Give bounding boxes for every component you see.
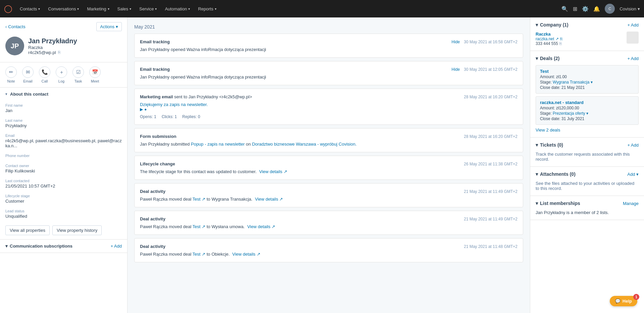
about-section-header[interactable]: ▾ About this contact (0, 88, 127, 101)
hide-button[interactable]: Hide (452, 40, 460, 44)
attachments-add-button[interactable]: Add ▾ (627, 172, 639, 177)
chevron-down-icon: ▾ (108, 7, 109, 11)
contact-email: r4c2k5@wp.pl (28, 50, 56, 55)
field-lead-status: Lead status Unqualified (0, 206, 127, 221)
external-link-icon: ↗ (555, 37, 559, 41)
company-phone: 333 444 555 ⎘ (536, 41, 562, 46)
timeline-item-body: The lifecycle stage for this contact was… (140, 169, 517, 174)
nav-conversations[interactable]: Conversations ▾ (45, 4, 82, 13)
left-panel: ‹ Contacts Actions ▾ JP Jan Przykładny R… (0, 17, 128, 313)
comm-title: ▾ Communication subscriptions (5, 244, 72, 249)
timeline-item-title: Email tracking (140, 67, 170, 72)
email-action[interactable]: ✉ Email (22, 66, 34, 83)
chevron-down-icon: ▾ (536, 22, 538, 28)
copy-icon[interactable]: ⎘ (560, 37, 562, 41)
help-button[interactable]: 1 💬 Help (610, 296, 637, 306)
apps-icon[interactable]: ⊞ (573, 6, 577, 12)
timeline-item-body: Paweł Rączka moved deal Test ↗ to Obiekc… (140, 252, 517, 257)
nav-marketing[interactable]: Marketing ▾ (84, 4, 112, 13)
expand-stats[interactable]: ▶ ● (140, 107, 517, 112)
timeline-stats: Opens: 1 Clicks: 1 Replies: 0 (140, 114, 517, 119)
deal-stage[interactable]: Prezentacja oferty ▾ (553, 111, 588, 116)
timeline-item: Lifecycle change 26 May 2021 at 11:38 GM… (134, 156, 523, 180)
view-property-history-button[interactable]: View property history (52, 225, 102, 235)
timeline-item-title: Deal activity (140, 244, 165, 249)
view-details-link[interactable]: View details ↗ (232, 252, 260, 257)
timeline-item: Form submission 28 May 2021 at 16:20 GMT… (134, 128, 523, 152)
deal-name[interactable]: raczka.net - standard (540, 100, 634, 105)
breadcrumb-row: ‹ Contacts Actions ▾ (5, 22, 122, 31)
nav-service[interactable]: Service ▾ (136, 4, 160, 13)
email-icon: ✉ (22, 66, 34, 78)
deal-link[interactable]: Test ↗ (193, 252, 205, 257)
company-add-button[interactable]: + Add (627, 22, 639, 28)
task-action[interactable]: ☑ Task (72, 66, 84, 83)
copy-icon[interactable]: ⎘ (58, 50, 60, 55)
chevron-down-icon: ▾ (215, 7, 216, 11)
note-action[interactable]: ✏ Note (5, 66, 17, 83)
timeline-item-body: Jan Przykładny opened Ważna infoRmacja d… (140, 74, 517, 80)
form-link[interactable]: Popup - zapis na newsletter (191, 142, 245, 147)
search-icon[interactable]: 🔍 (561, 6, 568, 12)
page-link[interactable]: Doradztwo biznesowe Warszawa - wypróbuj … (252, 142, 357, 147)
timeline-date: 26 May 2021 at 11:38 GMT+2 (464, 162, 517, 166)
view-all-properties-button[interactable]: View all properties (5, 225, 50, 235)
comm-add-button[interactable]: + Add (110, 244, 122, 249)
hide-button[interactable]: Hide (452, 67, 460, 72)
timeline-date: 21 May 2021 at 11:49 GMT+2 (464, 189, 517, 194)
nav-sales[interactable]: Sales ▾ (114, 4, 135, 13)
field-first-name: First name Jan (0, 101, 127, 116)
tickets-section-header: ▾ Tickets (0) + Add (536, 142, 639, 148)
nav-reports[interactable]: Reports ▾ (195, 4, 220, 13)
deals-section-header: ▾ Deals (2) + Add (536, 56, 639, 61)
timeline-date: 28 May 2021 at 16:20 GMT+2 (464, 134, 517, 139)
call-action[interactable]: 📞 Call (39, 66, 50, 83)
actions-button[interactable]: Actions ▾ (96, 22, 122, 31)
timeline-item-title: Deal activity (140, 189, 165, 194)
timeline-item-body: Paweł Rączka moved deal Test ↗ to Wygran… (140, 197, 517, 202)
nav-automation[interactable]: Automation ▾ (161, 4, 193, 13)
timeline-date: 21 May 2021 at 11:49 GMT+2 (464, 217, 517, 221)
list-memberships-title: ▾ List memberships (536, 201, 580, 206)
contact-company: Raczka (28, 45, 77, 50)
notifications-icon[interactable]: 🔔 (593, 6, 600, 12)
timeline-item: Email tracking Hide 30 May 2021 at 16:58… (134, 34, 523, 58)
chevron-down-icon: ▾ (130, 7, 131, 11)
deal-stage[interactable]: Wygrana Transakcja ▾ (553, 80, 593, 85)
view-details-link[interactable]: View details ↗ (247, 224, 276, 229)
help-icon: 💬 (615, 299, 621, 304)
attachments-empty-text: See the files attached to your activitie… (536, 181, 639, 191)
user-avatar[interactable]: C (605, 4, 615, 14)
deal-name[interactable]: Test (540, 69, 634, 74)
tickets-empty-text: Track the customer requests associated w… (536, 152, 639, 162)
meet-action[interactable]: 📅 Meet (89, 66, 101, 83)
deal-close-date: Close date: 21 May 2021 (540, 85, 634, 90)
timeline-item-title: Email tracking (140, 39, 170, 44)
hubspot-logo[interactable]: ◯ (4, 4, 12, 13)
nav-right-area: 🔍 ⊞ ⚙️ 🔔 C Covision ▾ (561, 4, 640, 14)
nav-contacts[interactable]: Contacts ▾ (16, 4, 43, 13)
list-membership-text: Jan Przykładny is a member of 2 lists. (536, 210, 639, 215)
timeline-date: 30 May 2021 at 16:58 GMT+2 (464, 40, 517, 44)
middle-panel: May 2021 Email tracking Hide 30 May 2021… (128, 17, 530, 313)
left-panel-header: ‹ Contacts Actions ▾ JP Jan Przykładny R… (0, 17, 127, 62)
company-name[interactable]: Raczka (536, 32, 562, 37)
newsletter-link[interactable]: Dziękujemy za zapis na newsletter. (140, 102, 208, 107)
user-menu[interactable]: Covision ▾ (620, 6, 640, 11)
chevron-down-icon: ▾ (77, 7, 79, 11)
deal-link[interactable]: Test ↗ (193, 224, 205, 229)
field-contact-owner: Contact owner Filip Kulikowski (0, 161, 127, 176)
view-details-link[interactable]: View details ↗ (259, 169, 287, 174)
log-action[interactable]: ＋ Log (56, 66, 67, 83)
manage-lists-link[interactable]: Manage (623, 201, 639, 206)
breadcrumb[interactable]: ‹ Contacts (5, 24, 26, 29)
copy-icon[interactable]: ⎘ (559, 41, 562, 46)
tickets-add-button[interactable]: + Add (627, 143, 639, 148)
view-all-deals-link[interactable]: View 2 deals (536, 127, 639, 133)
view-details-link[interactable]: View details ↗ (255, 197, 283, 202)
field-lifecycle-stage: Lifecycle stage Customer (0, 191, 127, 206)
settings-icon[interactable]: ⚙️ (582, 6, 589, 12)
deal-link[interactable]: Test ↗ (193, 197, 205, 202)
company-url[interactable]: raczka.net ↗ ⎘ (536, 37, 562, 41)
deals-add-button[interactable]: + Add (627, 56, 639, 61)
